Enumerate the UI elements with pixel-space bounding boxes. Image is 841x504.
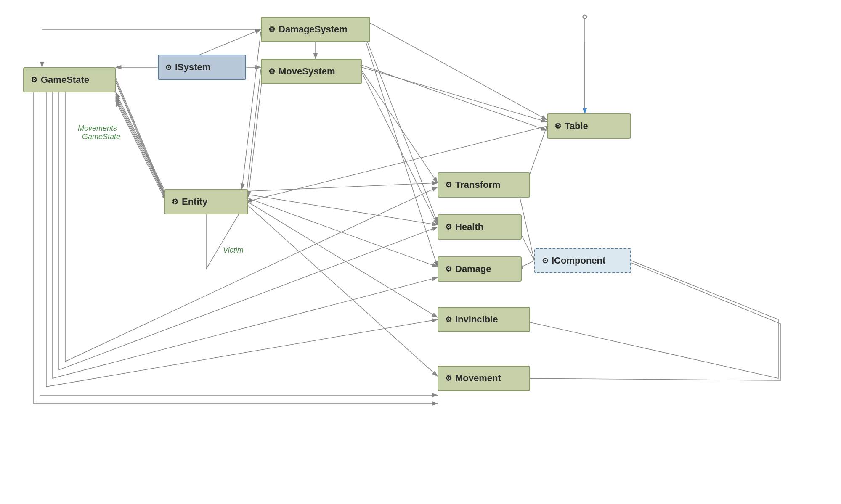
label-victim: Victim	[223, 246, 244, 255]
damage-icon: ⚙	[445, 264, 452, 274]
node-movesystem: ⚙ MoveSystem	[261, 59, 362, 84]
damage-label: Damage	[455, 264, 491, 274]
node-gamestate: ⚙ GameState	[23, 67, 116, 92]
node-entity: ⚙ Entity	[164, 189, 248, 214]
diagram-arrows	[0, 0, 841, 504]
table-label: Table	[565, 121, 588, 132]
health-icon: ⚙	[445, 222, 452, 232]
health-label: Health	[455, 222, 483, 232]
damagesystem-icon: ⚙	[268, 25, 275, 34]
gamestate-label: GameState	[41, 74, 89, 85]
movesystem-icon: ⚙	[268, 67, 275, 76]
node-table: ⚙ Table	[547, 113, 631, 139]
movement-icon: ⚙	[445, 374, 452, 383]
movement-label: Movement	[455, 373, 501, 384]
node-health: ⚙ Health	[438, 214, 522, 240]
node-damagesystem: ⚙ DamageSystem	[261, 17, 370, 42]
node-movement: ⚙ Movement	[438, 366, 530, 391]
node-transform: ⚙ Transform	[438, 172, 530, 198]
table-icon: ⚙	[554, 121, 561, 131]
movesystem-label: MoveSystem	[279, 66, 335, 77]
damagesystem-label: DamageSystem	[279, 24, 348, 35]
transform-label: Transform	[455, 179, 501, 190]
transform-icon: ⚙	[445, 180, 452, 190]
gamestate-icon: ⚙	[31, 75, 37, 84]
icomponent-icon: ⊙	[542, 256, 548, 265]
entity-label: Entity	[182, 196, 207, 207]
node-damage: ⚙ Damage	[438, 256, 522, 282]
label-movements: Movements	[78, 124, 117, 133]
label-gamestate-ref: GameState	[82, 132, 120, 141]
isystem-icon: ⊙	[165, 63, 172, 72]
node-invincible: ⚙ Invincible	[438, 307, 530, 332]
node-isystem: ⊙ ISystem	[158, 55, 246, 80]
invincible-icon: ⚙	[445, 315, 452, 324]
icomponent-label: IComponent	[552, 255, 605, 266]
isystem-label: ISystem	[175, 62, 210, 73]
diagram-container: ⚙ DamageSystem ⚙ MoveSystem ⊙ ISystem ⚙ …	[0, 0, 841, 504]
node-icomponent: ⊙ IComponent	[534, 248, 631, 273]
entity-icon: ⚙	[172, 197, 178, 206]
invincible-label: Invincible	[455, 314, 498, 325]
